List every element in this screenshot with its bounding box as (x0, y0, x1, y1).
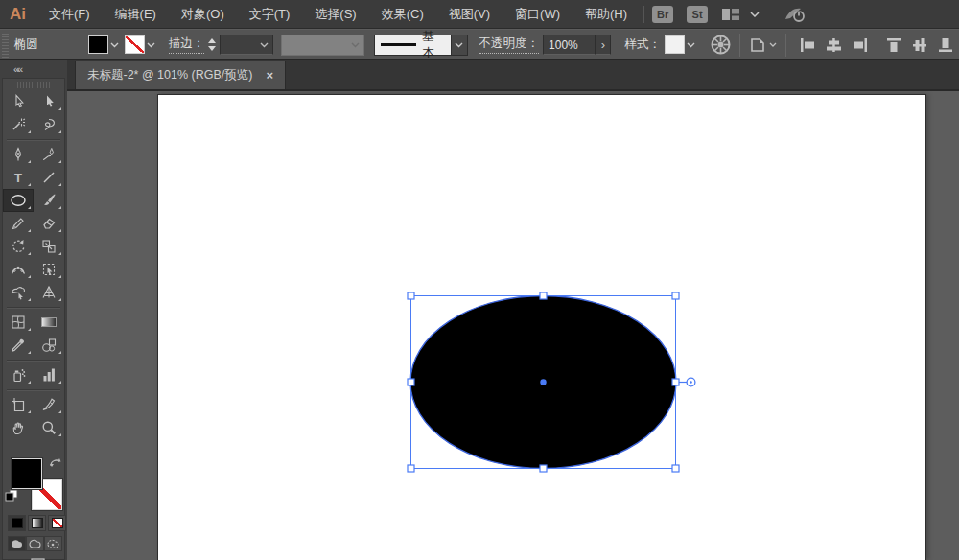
style-control[interactable] (665, 35, 695, 54)
panel-grip[interactable] (2, 33, 9, 58)
fill-swatch[interactable] (88, 35, 108, 54)
stroke-color-control[interactable] (125, 35, 155, 54)
artboard-tool[interactable] (3, 393, 34, 416)
menu-file[interactable]: 文件(F) (36, 0, 103, 29)
draw-normal-button[interactable] (8, 536, 26, 551)
handle-bottom-left[interactable] (408, 465, 414, 472)
align-right-icon[interactable] (852, 37, 868, 53)
sync-power-icon[interactable] (783, 6, 807, 23)
brush-definition-dropdown[interactable] (452, 35, 468, 56)
opacity-label[interactable]: 不透明度： (480, 35, 540, 54)
menu-type[interactable]: 文字(T) (237, 0, 303, 29)
bridge-badge[interactable]: Br (652, 6, 673, 23)
stroke-weight-input[interactable] (220, 35, 272, 55)
panel-grip[interactable] (17, 82, 50, 88)
paintbrush-tool-icon (41, 193, 57, 208)
ellipse-tool[interactable] (3, 189, 34, 212)
menu-window[interactable]: 窗口(W) (503, 0, 573, 29)
magic-wand-tool-icon (11, 117, 26, 132)
color-button[interactable] (8, 515, 26, 531)
align-left-icon[interactable] (800, 37, 816, 53)
align-v-center-icon[interactable] (912, 37, 928, 53)
menu-help[interactable]: 帮助(H) (573, 0, 640, 29)
mesh-tool[interactable] (3, 311, 34, 334)
width-tool[interactable] (3, 258, 34, 281)
curvature-tool[interactable] (34, 143, 64, 166)
slice-tool[interactable] (34, 393, 64, 416)
handle-top-right[interactable] (672, 292, 679, 299)
width-tool-icon (11, 262, 26, 277)
opacity-input[interactable]: 100% (543, 35, 596, 55)
free-transform-tool[interactable] (34, 258, 64, 281)
recolor-artwork-icon[interactable] (711, 35, 731, 55)
eyedropper-tool[interactable] (3, 334, 34, 357)
handle-bottom-center[interactable] (540, 465, 547, 472)
close-icon[interactable]: × (266, 68, 273, 82)
stock-badge[interactable]: St (687, 6, 708, 23)
fill-color-swatch[interactable] (12, 458, 42, 489)
line-segment-tool[interactable] (34, 166, 64, 189)
stepper-down-icon[interactable] (208, 46, 216, 51)
shape-builder-tool[interactable] (3, 281, 34, 304)
draw-inside-button[interactable] (44, 536, 62, 551)
stepper-up-icon[interactable] (208, 38, 216, 43)
handle-middle-right[interactable] (672, 379, 679, 385)
stroke-weight-label[interactable]: 描边： (169, 35, 205, 54)
shape-center-point[interactable] (540, 379, 546, 385)
none-button[interactable] (48, 515, 66, 531)
direct-selection-tool-icon (41, 94, 57, 109)
type-tool[interactable]: T (3, 166, 34, 189)
brush-stroke-preview (381, 43, 416, 46)
pen-tool[interactable] (3, 143, 34, 166)
arrange-documents-control[interactable] (749, 36, 777, 54)
opacity-more-button[interactable]: › (596, 35, 611, 55)
fill-color-control[interactable] (88, 35, 119, 54)
rotate-tool[interactable] (3, 235, 34, 258)
stroke-weight-stepper[interactable] (206, 38, 218, 51)
chevron-down-icon (260, 42, 269, 48)
handle-top-center[interactable] (540, 292, 547, 299)
selection-tool[interactable] (3, 90, 34, 113)
hand-tool[interactable] (3, 416, 34, 439)
style-swatch[interactable] (665, 35, 685, 54)
align-top-icon[interactable] (886, 37, 902, 53)
perspective-grid-tool[interactable] (34, 281, 64, 304)
draw-behind-button[interactable] (26, 536, 44, 551)
brush-definition-control[interactable]: 基本 (374, 35, 467, 56)
zoom-tool[interactable] (34, 416, 64, 439)
magic-wand-tool[interactable] (3, 113, 34, 136)
scale-tool[interactable] (34, 235, 64, 258)
selected-ellipse[interactable] (67, 91, 959, 560)
workspace-layout-icon[interactable] (721, 8, 740, 21)
direct-selection-tool[interactable] (34, 90, 64, 113)
menu-object[interactable]: 对象(O) (169, 0, 237, 29)
brush-definition-preview[interactable]: 基本 (374, 35, 452, 56)
menu-view[interactable]: 视图(V) (436, 0, 503, 29)
handle-middle-left[interactable] (408, 379, 414, 385)
symbol-sprayer-tool[interactable] (3, 363, 34, 386)
align-h-center-icon[interactable] (826, 37, 842, 53)
lasso-tool[interactable] (34, 113, 64, 136)
document-tab[interactable]: 未标题-2* @ 101% (RGB/预览) × (75, 61, 286, 89)
pencil-tool[interactable] (3, 212, 34, 235)
menu-edit[interactable]: 编辑(E) (103, 0, 169, 29)
stroke-swatch[interactable] (125, 35, 145, 54)
chevron-down-icon[interactable] (750, 12, 760, 17)
menu-select[interactable]: 选择(S) (302, 0, 368, 29)
swap-fill-stroke-icon[interactable] (49, 456, 62, 474)
eraser-tool[interactable] (34, 212, 64, 235)
align-bottom-icon[interactable] (938, 37, 954, 53)
document-tab-bar: 未标题-2* @ 101% (RGB/预览) × (67, 60, 959, 91)
menu-effect[interactable]: 效果(C) (369, 0, 436, 29)
blend-tool[interactable] (34, 334, 64, 357)
handle-bottom-right[interactable] (672, 465, 679, 472)
canvas-pasteboard[interactable] (67, 91, 959, 560)
gradient-tool[interactable] (34, 311, 64, 334)
gradient-button[interactable] (28, 515, 46, 531)
divider (3, 304, 64, 311)
default-fill-stroke-icon[interactable] (5, 489, 18, 506)
collapse-panel-icon[interactable]: «« (13, 63, 21, 75)
column-graph-tool[interactable] (34, 363, 64, 386)
handle-top-left[interactable] (408, 292, 414, 299)
paintbrush-tool[interactable] (34, 189, 64, 212)
